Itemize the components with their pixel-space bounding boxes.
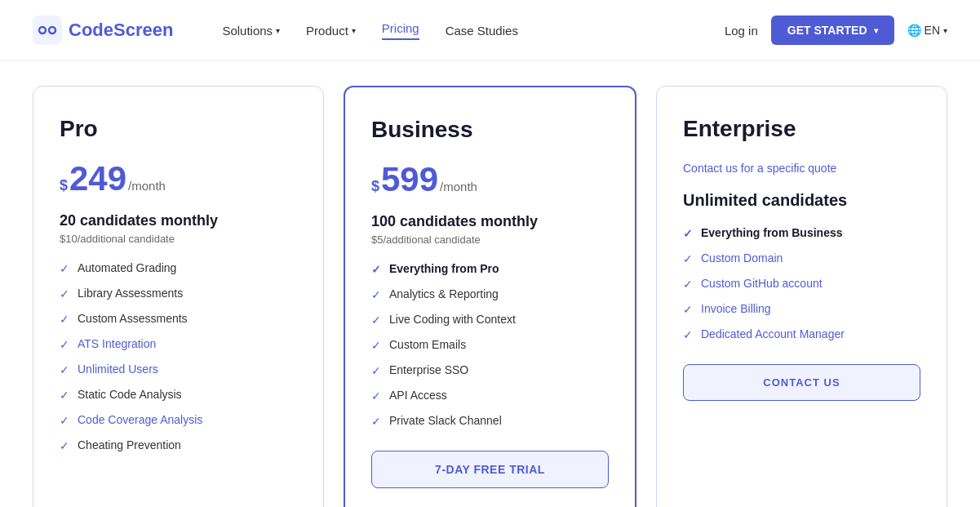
pro-plan-name: Pro	[60, 116, 297, 142]
list-item: ✓ Invoice Billing	[683, 302, 920, 316]
svg-rect-0	[33, 16, 62, 45]
feature-text: Everything from Business	[701, 226, 843, 239]
feature-text: Custom GitHub account	[701, 277, 823, 290]
feature-text: Custom Domain	[701, 251, 783, 265]
business-currency: $	[371, 178, 379, 195]
get-started-button[interactable]: GET STARTED ▾	[771, 16, 894, 45]
feature-text: Everything from Pro	[389, 262, 499, 275]
check-icon: ✓	[371, 314, 381, 327]
business-candidates-main: 100 candidates monthly	[371, 213, 609, 230]
logo-icon	[33, 16, 62, 45]
list-item: ✓ Code Coverage Analysis	[60, 413, 297, 427]
feature-text: Analytics & Reporting	[389, 287, 499, 300]
check-icon: ✓	[60, 262, 69, 275]
list-item: ✓ Library Assessments	[60, 287, 297, 300]
free-trial-button[interactable]: 7-DAY FREE TRIAL	[371, 451, 609, 488]
pro-candidates-main: 20 candidates monthly	[60, 212, 297, 229]
feature-text: Unlimited Users	[78, 362, 158, 376]
list-item: ✓ Analytics & Reporting	[371, 287, 609, 301]
check-icon: ✓	[60, 363, 69, 376]
enterprise-unlimited-label: Unlimited candidates	[683, 191, 920, 210]
contact-us-button[interactable]: CONTACT US	[683, 364, 920, 401]
feature-text: ATS Integration	[78, 337, 156, 350]
check-icon: ✓	[371, 415, 381, 428]
nav-case-studies[interactable]: Case Studies	[446, 24, 518, 38]
list-item: ✓ Everything from Pro	[371, 262, 609, 276]
nav-product[interactable]: Product ▾	[306, 24, 356, 38]
feature-text: Static Code Analysis	[78, 388, 182, 401]
list-item: ✓ Custom Domain	[683, 251, 920, 265]
business-plan-name: Business	[371, 117, 609, 143]
check-icon: ✓	[683, 227, 693, 240]
business-candidates-sub: $5/additional candidate	[371, 233, 609, 246]
list-item: ✓ Cheating Prevention	[60, 438, 297, 452]
nav-pricing[interactable]: Pricing	[382, 21, 419, 40]
pro-per-month: /month	[128, 179, 166, 193]
business-amount: 599	[381, 162, 438, 197]
chevron-down-icon: ▾	[874, 26, 878, 35]
pro-candidates-sub: $10/additional candidate	[60, 233, 297, 245]
feature-text: Code Coverage Analysis	[78, 413, 202, 426]
feature-text: Custom Emails	[389, 338, 466, 351]
check-icon: ✓	[60, 414, 69, 427]
check-icon: ✓	[371, 263, 381, 276]
list-item: ✓ Everything from Business	[683, 226, 920, 240]
logo[interactable]: CodeScreen	[33, 16, 173, 45]
check-icon: ✓	[60, 439, 69, 452]
nav-solutions[interactable]: Solutions ▾	[222, 24, 280, 38]
enterprise-plan-name: Enterprise	[683, 116, 920, 142]
pro-currency: $	[60, 177, 68, 194]
feature-text: Automated Grading	[78, 261, 176, 274]
navbar: CodeScreen Solutions ▾ Product ▾ Pricing…	[0, 0, 980, 61]
check-icon: ✓	[371, 339, 381, 352]
business-price-row: $ 599 /month	[371, 162, 609, 197]
logo-text-first: Code	[69, 20, 113, 40]
chevron-down-icon: ▾	[352, 26, 356, 35]
feature-text: Private Slack Channel	[389, 414, 502, 427]
login-link[interactable]: Log in	[725, 24, 758, 38]
list-item: ✓ Custom Assessments	[60, 312, 297, 326]
feature-text: Cheating Prevention	[78, 438, 181, 451]
nav-links: Solutions ▾ Product ▾ Pricing Case Studi…	[222, 21, 725, 40]
list-item: ✓ Enterprise SSO	[371, 363, 609, 377]
pro-price-row: $ 249 /month	[60, 162, 297, 196]
list-item: ✓ Private Slack Channel	[371, 414, 609, 428]
check-icon: ✓	[371, 288, 381, 301]
pro-plan-card: Pro $ 249 /month 20 candidates monthly $…	[33, 86, 324, 507]
check-icon: ✓	[60, 338, 69, 351]
chevron-down-icon: ▾	[943, 26, 947, 35]
check-icon: ✓	[683, 328, 693, 341]
pro-amount: 249	[69, 162, 126, 196]
feature-text: Enterprise SSO	[389, 363, 468, 376]
pro-feature-list: ✓ Automated Grading ✓ Library Assessment…	[60, 261, 297, 452]
business-per-month: /month	[440, 180, 477, 193]
enterprise-feature-list: ✓ Everything from Business ✓ Custom Doma…	[683, 226, 920, 341]
check-icon: ✓	[60, 287, 69, 300]
feature-text: Live Coding with Context	[389, 313, 516, 326]
language-selector[interactable]: 🌐 EN ▾	[907, 24, 947, 37]
enterprise-contact-quote: Contact us for a specific quote	[683, 162, 920, 175]
list-item: ✓ Automated Grading	[60, 261, 297, 275]
check-icon: ✓	[371, 364, 381, 377]
check-icon: ✓	[683, 278, 693, 291]
list-item: ✓ Live Coding with Context	[371, 313, 609, 327]
chevron-down-icon: ▾	[276, 26, 280, 35]
list-item: ✓ ATS Integration	[60, 337, 297, 351]
check-icon: ✓	[683, 303, 693, 316]
logo-text-second: Screen	[113, 20, 173, 40]
check-icon: ✓	[60, 389, 69, 402]
nav-right: Log in GET STARTED ▾ 🌐 EN ▾	[725, 16, 947, 45]
feature-text: Library Assessments	[78, 287, 183, 300]
list-item: ✓ Static Code Analysis	[60, 388, 297, 402]
check-icon: ✓	[683, 252, 693, 265]
list-item: ✓ Custom GitHub account	[683, 277, 920, 291]
feature-text: Invoice Billing	[701, 302, 771, 315]
enterprise-plan-card: Enterprise Contact us for a specific quo…	[656, 86, 947, 507]
feature-text: API Access	[389, 389, 447, 402]
check-icon: ✓	[371, 389, 381, 402]
business-plan-card: Business $ 599 /month 100 candidates mon…	[344, 86, 636, 507]
list-item: ✓ Unlimited Users	[60, 362, 297, 376]
check-icon: ✓	[60, 313, 69, 326]
list-item: ✓ API Access	[371, 389, 609, 402]
list-item: ✓ Dedicated Account Manager	[683, 327, 920, 341]
